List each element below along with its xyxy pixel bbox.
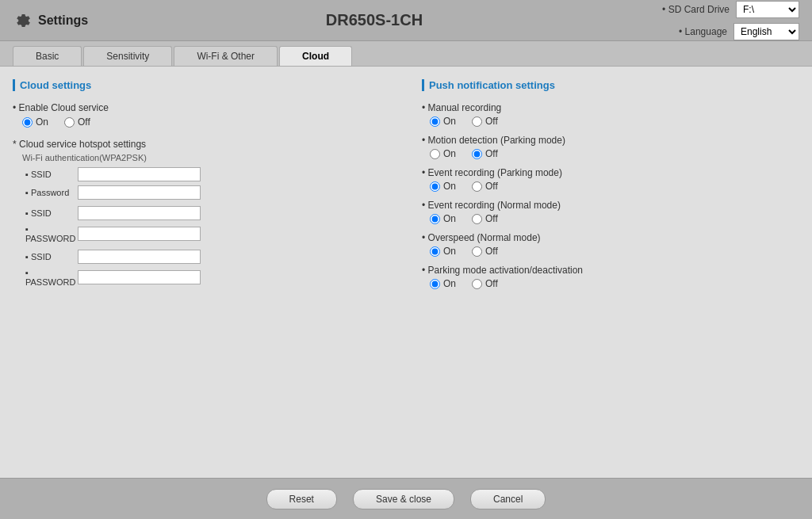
push-overspeed-label: Overspeed (Normal mode)	[422, 232, 799, 243]
reset-button[interactable]: Reset	[266, 489, 337, 509]
push-overspeed-on-radio[interactable]	[430, 246, 440, 257]
push-motion-detection-label: Motion detection (Parking mode)	[422, 135, 799, 146]
sd-card-row: • SD Card Drive F:\	[662, 1, 799, 18]
push-event-normal-on[interactable]: On	[430, 213, 456, 224]
header-title-area: Settings	[13, 11, 140, 30]
password-label-2: PASSWORD	[22, 224, 78, 243]
header-controls: • SD Card Drive F:\ • Language English K…	[609, 1, 799, 40]
push-event-parking-radio-row: On Off	[422, 181, 799, 192]
enable-cloud-radio-row: On Off	[13, 116, 390, 128]
settings-title: Settings	[38, 13, 88, 28]
save-close-button[interactable]: Save & close	[353, 489, 454, 509]
hotspot-group-1: SSID Password	[13, 167, 390, 200]
ssid-row-3: SSID	[22, 250, 390, 264]
main-content: Cloud settings Enable Cloud service On O…	[0, 67, 812, 478]
tab-wifi-other[interactable]: Wi-Fi & Other	[174, 46, 278, 66]
ssid-input-2[interactable]	[78, 206, 201, 220]
push-overspeed-on[interactable]: On	[430, 246, 456, 257]
enable-cloud-off-radio[interactable]	[64, 117, 75, 128]
push-motion-on[interactable]: On	[430, 148, 456, 159]
push-parking-mode-off-label: Off	[485, 278, 498, 289]
push-event-parking-on[interactable]: On	[430, 181, 456, 192]
push-event-normal-on-label: On	[443, 213, 456, 224]
push-motion-radio-row: On Off	[422, 148, 799, 159]
push-overspeed-off-radio[interactable]	[472, 246, 482, 257]
push-manual-recording-radio-row: On Off	[422, 116, 799, 127]
password-row-1: Password	[22, 185, 390, 200]
hotspot-group-3: SSID PASSWORD	[13, 250, 390, 287]
push-overspeed-off[interactable]: Off	[472, 246, 498, 257]
enable-cloud-off-option[interactable]: Off	[64, 116, 90, 128]
enable-cloud-off-label: Off	[78, 116, 90, 128]
push-event-normal-off[interactable]: Off	[472, 213, 498, 224]
push-manual-off-radio[interactable]	[472, 116, 482, 127]
push-overspeed-off-label: Off	[485, 246, 498, 257]
ssid-label-2: SSID	[22, 208, 78, 218]
push-event-parking: Event recording (Parking mode) On Off	[422, 167, 799, 192]
password-input-1[interactable]	[78, 185, 201, 200]
gear-icon	[13, 11, 32, 30]
push-motion-off-radio[interactable]	[472, 149, 482, 159]
password-row-3: PASSWORD	[22, 268, 390, 287]
footer: Reset Save & close Cancel	[0, 478, 812, 519]
cancel-button[interactable]: Cancel	[470, 489, 546, 509]
enable-cloud-on-option[interactable]: On	[22, 116, 48, 128]
push-event-normal-off-radio[interactable]	[472, 214, 482, 224]
password-input-3[interactable]	[78, 270, 201, 284]
push-event-parking-on-label: On	[443, 181, 456, 192]
hotspot-label: Cloud service hotspot settings	[13, 139, 390, 150]
push-event-parking-off[interactable]: Off	[472, 181, 498, 192]
language-row: • Language English Korean Chinese Japane…	[679, 23, 799, 40]
wifi-auth-label: Wi-Fi authentication(WPA2PSK)	[13, 153, 390, 162]
push-event-normal-label: Event recording (Normal mode)	[422, 200, 799, 211]
push-parking-mode-off-radio[interactable]	[472, 279, 482, 289]
push-notification-title: Push notification settings	[422, 79, 799, 91]
push-event-parking-off-label: Off	[485, 181, 498, 192]
password-label-3: PASSWORD	[22, 268, 78, 287]
ssid-row-2: SSID	[22, 206, 390, 220]
push-event-normal-on-radio[interactable]	[430, 214, 440, 224]
push-motion-on-label: On	[443, 148, 456, 159]
push-manual-off[interactable]: Off	[472, 116, 498, 127]
push-manual-on[interactable]: On	[430, 116, 456, 127]
language-select[interactable]: English Korean Chinese Japanese	[733, 23, 799, 40]
ssid-input-1[interactable]	[78, 167, 201, 181]
push-manual-recording-label: Manual recording	[422, 102, 799, 113]
tab-basic[interactable]: Basic	[13, 46, 82, 66]
hotspot-group-2: SSID PASSWORD	[13, 206, 390, 243]
left-panel: Cloud settings Enable Cloud service On O…	[13, 79, 406, 465]
push-parking-mode-off[interactable]: Off	[472, 278, 498, 289]
ssid-input-3[interactable]	[78, 250, 201, 264]
push-parking-mode-on-radio[interactable]	[430, 279, 440, 289]
push-parking-mode-on-label: On	[443, 278, 456, 289]
push-motion-off[interactable]: Off	[472, 148, 498, 159]
hotspot-group: Cloud service hotspot settings Wi-Fi aut…	[13, 139, 390, 287]
password-input-2[interactable]	[78, 227, 201, 241]
push-motion-on-radio[interactable]	[430, 149, 440, 159]
push-overspeed-on-label: On	[443, 246, 456, 257]
push-event-parking-on-radio[interactable]	[430, 181, 440, 192]
push-event-parking-label: Event recording (Parking mode)	[422, 167, 799, 178]
push-parking-mode: Parking mode activation/deactivation On …	[422, 265, 799, 289]
ssid-row-1: SSID	[22, 167, 390, 181]
language-label: • Language	[679, 26, 727, 37]
password-row-2: PASSWORD	[22, 224, 390, 243]
enable-cloud-on-radio[interactable]	[22, 117, 33, 128]
enable-cloud-on-label: On	[36, 116, 48, 128]
push-event-parking-off-radio[interactable]	[472, 181, 482, 192]
sd-card-select[interactable]: F:\	[736, 1, 799, 18]
enable-cloud-label: Enable Cloud service	[13, 102, 390, 113]
header: Settings DR650S-1CH • SD Card Drive F:\ …	[0, 0, 812, 41]
push-event-normal-off-label: Off	[485, 213, 498, 224]
push-parking-mode-on[interactable]: On	[430, 278, 456, 289]
sd-card-label: • SD Card Drive	[662, 4, 730, 15]
device-name: DR650S-1CH	[140, 11, 609, 29]
push-manual-on-radio[interactable]	[430, 116, 440, 127]
tab-cloud[interactable]: Cloud	[279, 46, 352, 66]
ssid-label-3: SSID	[22, 252, 78, 261]
push-event-normal-radio-row: On Off	[422, 213, 799, 224]
push-event-normal: Event recording (Normal mode) On Off	[422, 200, 799, 224]
push-manual-on-label: On	[443, 116, 456, 127]
tab-sensitivity[interactable]: Sensitivity	[83, 46, 172, 66]
push-overspeed: Overspeed (Normal mode) On Off	[422, 232, 799, 257]
